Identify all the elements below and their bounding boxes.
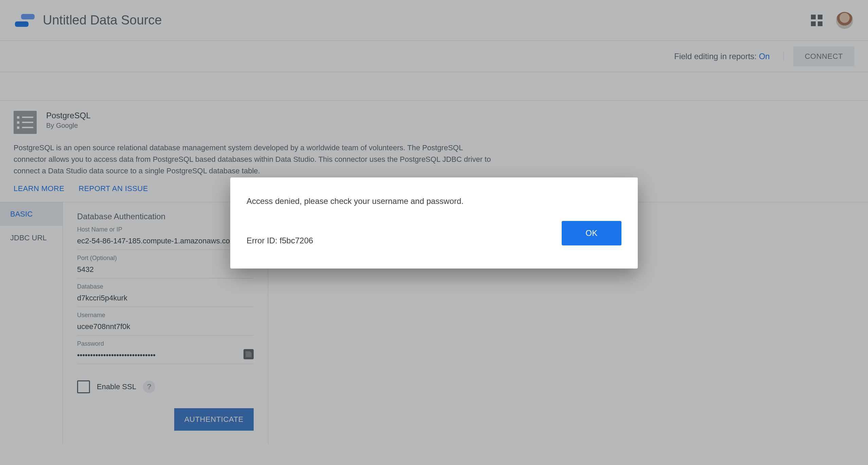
ok-button[interactable]: OK [562,221,621,245]
dialog-error-id: Error ID: f5bc7206 [247,236,313,245]
dialog-message: Access denied, please check your usernam… [247,196,621,206]
modal-overlay: Access denied, please check your usernam… [0,0,868,465]
error-dialog: Access denied, please check your usernam… [230,177,638,269]
